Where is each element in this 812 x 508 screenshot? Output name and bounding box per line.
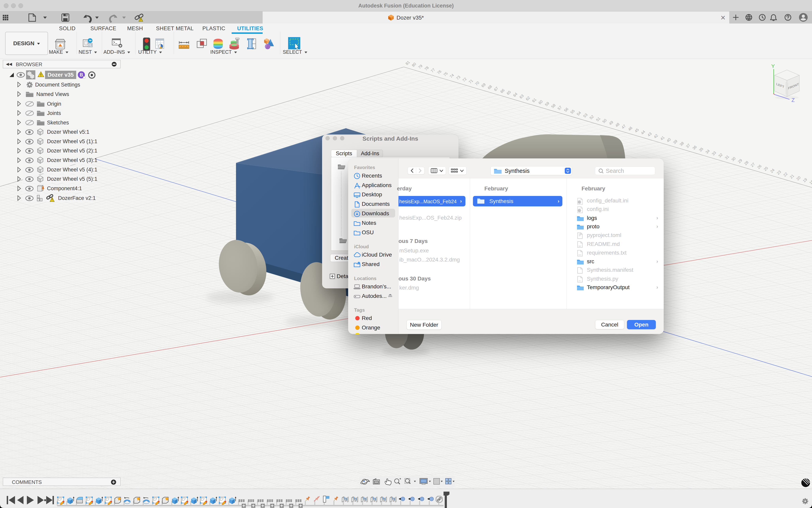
svg-text:49: 49 [608,120,614,126]
svg-text:59: 59 [544,101,550,107]
svg-text:51: 51 [595,116,601,122]
svg-text:69: 69 [481,82,487,88]
svg-text:80: 80 [411,62,417,68]
svg-text:56: 56 [563,107,569,113]
svg-text:72: 72 [462,77,467,83]
svg-text:46: 46 [627,126,633,132]
svg-text:61: 61 [531,97,537,103]
svg-text:MD: MD [579,245,581,247]
svg-text:71: 71 [468,79,474,85]
svg-text:35: 35 [698,147,704,153]
svg-text:34: 34 [705,149,711,155]
svg-text:29: 29 [737,158,743,164]
svg-text:27: 27 [750,162,756,168]
svg-text:33: 33 [711,151,717,157]
svg-text:70: 70 [474,81,480,86]
svg-text:22: 22 [782,172,788,177]
svg-text:54: 54 [576,111,582,116]
svg-text:73: 73 [455,75,461,81]
svg-text:Z: Z [792,97,795,103]
svg-text:63: 63 [519,94,525,99]
svg-text:39: 39 [672,139,678,145]
svg-text:21: 21 [789,174,795,179]
svg-text:50: 50 [602,118,607,124]
svg-text:64: 64 [512,92,518,97]
svg-text:20: 20 [796,175,802,181]
svg-text:26: 26 [757,164,762,170]
svg-text:TXT: TXT [578,254,581,256]
svg-text:31: 31 [724,155,730,160]
svg-text:81: 81 [405,60,411,66]
svg-text:45: 45 [634,128,640,133]
svg-text:78: 78 [424,66,430,72]
svg-text:66: 66 [500,88,505,94]
svg-text:53: 53 [583,113,588,119]
svg-text:55: 55 [570,109,576,115]
svg-text:Y: Y [771,63,775,69]
svg-text:!: ! [51,198,52,202]
svg-text:38: 38 [679,141,685,147]
svg-text:57: 57 [557,105,563,111]
svg-text:74: 74 [449,73,455,79]
svg-text:76: 76 [437,69,442,75]
svg-text:44: 44 [640,129,646,135]
svg-text:30: 30 [731,156,736,162]
svg-text:36: 36 [692,145,698,151]
svg-text:37: 37 [685,143,691,149]
svg-text:24: 24 [770,168,775,174]
svg-text:62: 62 [525,96,531,101]
svg-text:!: ! [40,73,42,77]
svg-text:28: 28 [743,160,750,166]
svg-text:42: 42 [653,133,659,139]
svg-text:19: 19 [802,177,808,183]
svg-text:77: 77 [430,68,436,74]
svg-text:23: 23 [776,170,782,176]
svg-text:68: 68 [487,84,493,90]
svg-text:75: 75 [443,71,449,77]
svg-text:60: 60 [538,99,544,105]
svg-text:25: 25 [763,166,769,172]
svg-text:18: 18 [809,179,812,185]
svg-text:65: 65 [506,90,512,96]
svg-text:41: 41 [660,135,666,141]
svg-text:43: 43 [647,132,652,137]
svg-text:!: ! [140,18,141,22]
svg-text:47: 47 [621,124,627,130]
svg-text:32: 32 [718,153,724,158]
svg-text:79: 79 [417,64,423,70]
svg-text:48: 48 [615,122,621,128]
svg-text:40: 40 [666,137,672,143]
svg-text:58: 58 [550,103,556,109]
svg-text:PY: PY [579,280,581,282]
svg-text:52: 52 [589,114,595,120]
svg-text:67: 67 [493,86,499,92]
